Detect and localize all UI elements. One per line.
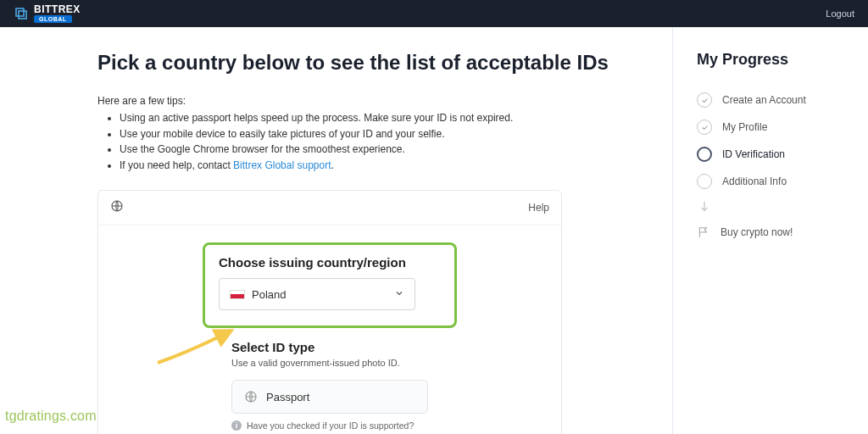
tip-help-prefix: If you need help, contact: [120, 159, 233, 171]
top-bar: BITTREX GLOBAL Logout: [0, 0, 868, 27]
help-link[interactable]: Help: [528, 202, 549, 214]
svg-rect-0: [16, 8, 24, 16]
step-my-profile: My Profile: [697, 120, 851, 135]
step-label: Additional Info: [722, 175, 787, 187]
step-label: ID Verification: [722, 148, 785, 160]
check-icon: [697, 120, 712, 135]
check-icon: [697, 92, 712, 108]
support-question-row[interactable]: i Have you checked if your ID is support…: [231, 420, 428, 431]
page-title: Pick a country below to see the list of …: [97, 51, 672, 75]
brand-logo[interactable]: BITTREX GLOBAL: [14, 4, 81, 23]
tip-item: If you need help, contact Bittrex Global…: [120, 158, 672, 174]
main-content: Pick a country below to see the list of …: [0, 27, 673, 434]
logout-link[interactable]: Logout: [826, 8, 854, 19]
pending-step-icon: [697, 174, 712, 189]
passport-label: Passport: [266, 391, 309, 403]
tip-item: Using an active passport helps speed up …: [120, 110, 672, 126]
tips-list: Using an active passport helps speed up …: [97, 110, 672, 173]
svg-rect-1: [19, 11, 26, 19]
brand-icon: [14, 6, 29, 21]
step-id-verification: ID Verification: [697, 147, 851, 162]
step-additional-info: Additional Info: [697, 174, 851, 189]
id-type-section: Select ID type Use a valid government-is…: [231, 340, 428, 431]
chevron-down-icon: [394, 287, 404, 302]
verification-card: Help Choose issuing country/region Polan…: [97, 190, 562, 434]
info-icon: i: [231, 420, 242, 431]
flag-icon: [697, 226, 710, 238]
progress-steps: Create an Account My Profile ID Verifica…: [697, 92, 851, 189]
step-create-account: Create an Account: [697, 92, 851, 108]
step-label: Buy crypto now!: [721, 226, 793, 238]
passport-option[interactable]: Passport: [231, 380, 428, 414]
step-label: Create an Account: [722, 94, 806, 106]
step-label: My Profile: [722, 121, 767, 133]
support-link[interactable]: Bittrex Global support: [233, 159, 331, 171]
select-id-subtitle: Use a valid government-issued photo ID.: [231, 358, 428, 368]
select-id-title: Select ID type: [231, 340, 428, 354]
step-buy-crypto: Buy crypto now!: [697, 226, 851, 238]
country-selected: Poland: [252, 288, 286, 301]
current-step-icon: [697, 147, 712, 162]
tip-item: Use your mobile device to easily take pi…: [120, 126, 672, 142]
poland-flag-icon: [230, 290, 245, 299]
country-highlight-box: Choose issuing country/region Poland: [203, 242, 457, 328]
brand-sub: GLOBAL: [34, 15, 72, 23]
passport-globe-icon: [244, 390, 258, 403]
choose-country-title: Choose issuing country/region: [219, 255, 441, 270]
country-dropdown[interactable]: Poland: [219, 278, 415, 310]
brand-name: BITTREX: [34, 4, 81, 14]
tip-item: Use the Google Chrome browser for the sm…: [120, 142, 672, 158]
support-question: Have you checked if your ID is supported…: [247, 420, 414, 431]
progress-title: My Progress: [697, 51, 851, 69]
progress-sidebar: My Progress Create an Account My Profile…: [673, 27, 868, 434]
tips-lead: Here are a few tips:: [97, 95, 672, 107]
card-header: Help: [98, 191, 561, 225]
globe-icon: [110, 199, 124, 216]
arrow-down-icon: [699, 201, 851, 216]
watermark: tgdratings.com: [5, 409, 97, 424]
